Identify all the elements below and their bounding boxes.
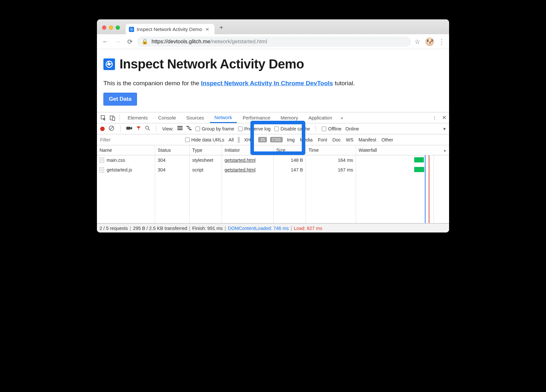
network-status-bar: 2 / 5 requests | 295 B / 2.5 KB transfer… — [97, 223, 449, 232]
close-tab-button[interactable]: ✕ — [205, 27, 210, 32]
col-type[interactable]: Type — [190, 145, 222, 155]
large-rows-icon[interactable] — [177, 126, 183, 131]
col-name[interactable]: Name — [97, 145, 155, 155]
cell-initiator[interactable]: getstarted.html — [222, 165, 274, 175]
profile-avatar[interactable]: 🐶 — [425, 37, 434, 46]
disable-cache-checkbox[interactable]: Disable cache — [274, 126, 310, 131]
devtools-close-button[interactable]: ✕ — [442, 114, 446, 121]
svg-rect-6 — [112, 117, 115, 120]
hide-data-urls-checkbox[interactable]: Hide data URLs — [185, 137, 224, 142]
col-status[interactable]: Status — [155, 145, 190, 155]
filter-ws[interactable]: WS — [345, 137, 354, 143]
tab-console[interactable]: Console — [154, 113, 181, 122]
devtools-menu-button[interactable]: ⋮ — [432, 115, 437, 120]
intro-prefix: This is the companion demo for the — [103, 80, 201, 87]
search-icon[interactable] — [145, 126, 150, 132]
tutorial-link[interactable]: Inspect Network Activity In Chrome DevTo… — [201, 80, 333, 87]
filter-media[interactable]: Media — [299, 137, 314, 143]
browser-menu-button[interactable]: ⋮ — [437, 38, 446, 46]
table-row[interactable]: getstarted.js — [97, 165, 155, 175]
filter-input[interactable] — [100, 136, 182, 143]
cell-time: 167 ms — [306, 165, 356, 175]
group-by-frame-checkbox[interactable]: Group by frame — [195, 126, 234, 131]
svg-rect-12 — [177, 126, 183, 127]
file-icon — [100, 167, 104, 172]
tab-sources[interactable]: Sources — [182, 113, 209, 122]
status-requests: 2 / 5 requests — [100, 226, 128, 231]
toolbar-overflow-icon[interactable]: ▾ — [443, 126, 446, 131]
offline-checkbox[interactable]: Offline — [322, 126, 341, 131]
tab-memory[interactable]: Memory — [276, 113, 303, 122]
svg-rect-9 — [126, 127, 131, 130]
svg-point-1 — [131, 29, 132, 30]
network-filter-bar: Hide data URLs All XHR JS CSS Img Media … — [97, 134, 449, 145]
devtools-panel: Elements Console Sources Network Perform… — [97, 112, 449, 232]
preserve-log-checkbox[interactable]: Preserve log — [238, 126, 270, 131]
filter-all[interactable]: All — [227, 137, 235, 143]
filter-xhr[interactable]: XHR — [243, 137, 255, 143]
close-window-button[interactable] — [102, 26, 106, 30]
new-tab-button[interactable]: ＋ — [217, 23, 226, 31]
col-size[interactable]: Size — [274, 145, 306, 155]
file-icon — [100, 158, 104, 163]
col-waterfall[interactable]: Waterfall▲ — [356, 145, 449, 155]
bookmark-button[interactable]: ☆ — [413, 38, 422, 46]
url-domain: https://devtools.glitch.me — [152, 38, 210, 44]
reload-button[interactable]: ⟳ — [125, 36, 135, 47]
tab-application[interactable]: Application — [304, 113, 337, 122]
cell-type: stylesheet — [190, 155, 222, 165]
back-button[interactable]: ← — [100, 36, 110, 47]
inspect-element-icon[interactable] — [100, 114, 107, 122]
tab-title: Inspect Network Activity Demo — [137, 26, 202, 32]
filter-font[interactable]: Font — [317, 137, 328, 143]
favicon-icon — [129, 27, 134, 32]
lock-icon: 🔒 — [142, 38, 148, 45]
forward-button[interactable]: → — [112, 36, 123, 47]
filter-other[interactable]: Other — [381, 137, 394, 143]
cell-initiator[interactable]: getstarted.html — [222, 155, 274, 165]
more-tabs-button[interactable]: » — [338, 114, 346, 122]
status-transferred: 295 B / 2.5 KB transferred — [133, 226, 187, 231]
screenshot-icon[interactable] — [126, 126, 132, 131]
clear-button[interactable] — [109, 125, 114, 132]
url-path: /network/getstarted.html — [210, 38, 267, 44]
url-input[interactable]: 🔒 https://devtools.glitch.me/network/get… — [137, 36, 411, 47]
cell-waterfall — [356, 165, 449, 175]
window-controls — [102, 26, 120, 30]
filter-css[interactable]: CSS — [270, 137, 283, 142]
page-content: Inspect Network Activity Demo This is th… — [97, 49, 449, 112]
table-header: Name Status Type Initiator Size Time Wat… — [97, 145, 449, 155]
svg-rect-16 — [188, 128, 190, 129]
minimize-window-button[interactable] — [109, 26, 113, 30]
tab-elements[interactable]: Elements — [123, 113, 152, 122]
intro-paragraph: This is the companion demo for the Inspe… — [103, 80, 443, 87]
svg-line-8 — [110, 127, 113, 130]
get-data-button[interactable]: Get Data — [103, 93, 137, 106]
record-button[interactable] — [100, 127, 105, 131]
cell-status: 304 — [155, 165, 190, 175]
filter-js[interactable]: JS — [258, 137, 267, 142]
svg-rect-14 — [177, 129, 183, 130]
svg-rect-13 — [177, 128, 183, 129]
cell-size: 147 B — [274, 165, 306, 175]
table-row[interactable]: main.css — [97, 155, 155, 165]
waterfall-view-icon[interactable] — [186, 126, 192, 131]
cell-type: script — [190, 165, 222, 175]
cell-size: 148 B — [274, 155, 306, 165]
filter-doc[interactable]: Doc — [331, 137, 342, 143]
filter-manifest[interactable]: Manifest — [358, 137, 377, 143]
col-time[interactable]: Time — [306, 145, 356, 155]
maximize-window-button[interactable] — [116, 26, 120, 30]
throttling-select[interactable]: Online — [345, 126, 359, 131]
filter-img[interactable]: Img — [286, 137, 296, 143]
page-title-row: Inspect Network Activity Demo — [103, 57, 443, 71]
col-initiator[interactable]: Initiator — [222, 145, 274, 155]
type-filters: All XHR JS CSS Img Media Font Doc WS Man… — [227, 137, 394, 143]
browser-tab[interactable]: Inspect Network Activity Demo ✕ — [126, 24, 215, 35]
tab-network[interactable]: Network — [210, 113, 237, 123]
page-heading: Inspect Network Activity Demo — [120, 57, 304, 71]
filter-toggle-icon[interactable] — [136, 126, 141, 132]
tab-performance[interactable]: Performance — [238, 113, 275, 122]
intro-suffix: tutorial. — [333, 80, 355, 87]
device-toolbar-icon[interactable] — [109, 114, 116, 122]
